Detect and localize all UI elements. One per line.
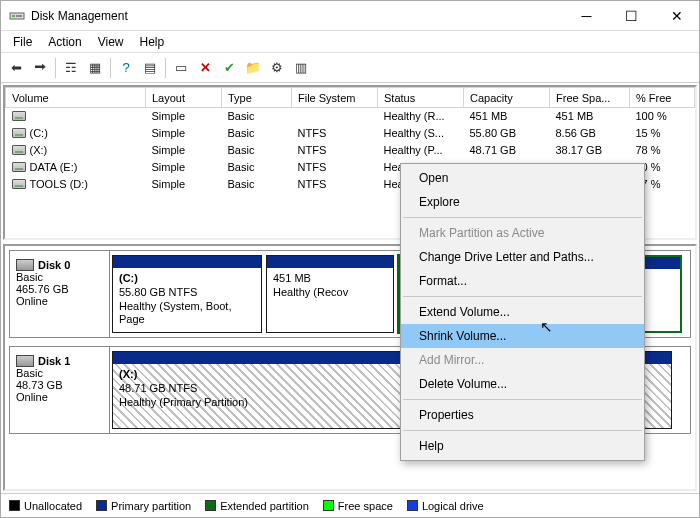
cell-fs: NTFS (292, 142, 378, 159)
back-button[interactable]: ⬅ (5, 57, 27, 79)
svg-rect-1 (12, 15, 15, 17)
svg-rect-2 (16, 15, 22, 17)
drive-icon (12, 111, 26, 121)
disk-type: Basic (16, 271, 103, 283)
folder-button[interactable]: 📁 (242, 57, 264, 79)
app-icon (9, 8, 25, 24)
cell-fs: NTFS (292, 176, 378, 193)
delete-button[interactable]: ✕ (194, 57, 216, 79)
partition-status: Healthy (System, Boot, Page (119, 300, 255, 328)
ctx-help[interactable]: Help (401, 434, 644, 458)
cell-layout: Simple (146, 159, 222, 176)
col-pct[interactable]: % Free (630, 88, 695, 108)
legend-primary: Primary partition (96, 500, 191, 512)
apply-button[interactable]: ✔ (218, 57, 240, 79)
cell-status: Healthy (R... (378, 108, 464, 125)
maximize-button[interactable]: ☐ (609, 1, 654, 30)
disk-state: Online (16, 391, 103, 403)
col-capacity[interactable]: Capacity (464, 88, 550, 108)
legend-logical: Logical drive (407, 500, 484, 512)
cell-capacity: 55.80 GB (464, 125, 550, 142)
pane-button[interactable]: ▭ (170, 57, 192, 79)
partition-bar (113, 256, 261, 268)
volume-name: (X:) (30, 144, 48, 156)
cell-type: Basic (222, 159, 292, 176)
ctx-extend[interactable]: Extend Volume... (401, 300, 644, 324)
legend: Unallocated Primary partition Extended p… (1, 493, 699, 517)
col-fs[interactable]: File System (292, 88, 378, 108)
cell-capacity: 48.71 GB (464, 142, 550, 159)
drive-icon (12, 162, 26, 172)
table-row[interactable]: Simple Basic Healthy (R... 451 MB 451 MB… (6, 108, 695, 125)
col-layout[interactable]: Layout (146, 88, 222, 108)
cell-fs: NTFS (292, 125, 378, 142)
ctx-change-letter[interactable]: Change Drive Letter and Paths... (401, 245, 644, 269)
drive-icon (12, 145, 26, 155)
disk-icon (16, 355, 34, 367)
volume-name: (C:) (30, 127, 48, 139)
col-free[interactable]: Free Spa... (550, 88, 630, 108)
ctx-open[interactable]: Open (401, 166, 644, 190)
settings-button[interactable]: ⚙ (266, 57, 288, 79)
ctx-shrink[interactable]: Shrink Volume... (401, 324, 644, 348)
cell-free: 451 MB (550, 108, 630, 125)
toolbar-sep3 (165, 58, 166, 78)
ctx-explore[interactable]: Explore (401, 190, 644, 214)
ctx-sep (403, 296, 642, 297)
legend-extended: Extended partition (205, 500, 309, 512)
forward-button[interactable]: ⮕ (29, 57, 51, 79)
cell-pct: 100 % (630, 108, 695, 125)
minimize-button[interactable]: ─ (564, 1, 609, 30)
close-button[interactable]: ✕ (654, 1, 699, 30)
disk-size: 48.73 GB (16, 379, 103, 391)
disk-size: 465.76 GB (16, 283, 103, 295)
table-row[interactable]: (X:) Simple Basic NTFS Healthy (P... 48.… (6, 142, 695, 159)
partition-size: 451 MB (273, 272, 387, 286)
cell-layout: Simple (146, 142, 222, 159)
disk-header[interactable]: Disk 0 Basic 465.76 GB Online (10, 251, 110, 337)
legend-unallocated: Unallocated (9, 500, 82, 512)
help-button[interactable]: ? (115, 57, 137, 79)
disk-name: Disk 0 (38, 259, 70, 271)
list-button[interactable]: ▤ (139, 57, 161, 79)
toolbar-sep2 (110, 58, 111, 78)
cell-layout: Simple (146, 125, 222, 142)
disk-header[interactable]: Disk 1 Basic 48.73 GB Online (10, 347, 110, 433)
volume-name: DATA (E:) (30, 161, 78, 173)
partition-title: (C:) (119, 272, 255, 286)
cell-free: 38.17 GB (550, 142, 630, 159)
disk-icon (16, 259, 34, 271)
menu-help[interactable]: Help (132, 33, 173, 51)
legend-free: Free space (323, 500, 393, 512)
col-status[interactable]: Status (378, 88, 464, 108)
ctx-properties[interactable]: Properties (401, 403, 644, 427)
disk-state: Online (16, 295, 103, 307)
cell-status: Healthy (P... (378, 142, 464, 159)
table-header[interactable]: Volume Layout Type File System Status Ca… (6, 88, 695, 108)
menu-file[interactable]: File (5, 33, 40, 51)
cell-layout: Simple (146, 108, 222, 125)
cell-type: Basic (222, 176, 292, 193)
ctx-sep (403, 217, 642, 218)
partition-bar (267, 256, 393, 268)
chart-button[interactable]: ▥ (290, 57, 312, 79)
disk-name: Disk 1 (38, 355, 70, 367)
window-title: Disk Management (31, 9, 564, 23)
col-type[interactable]: Type (222, 88, 292, 108)
table-row[interactable]: (C:) Simple Basic NTFS Healthy (S... 55.… (6, 125, 695, 142)
ctx-format[interactable]: Format... (401, 269, 644, 293)
partition[interactable]: (C:) 55.80 GB NTFS Healthy (System, Boot… (112, 255, 262, 333)
cell-fs (292, 108, 378, 125)
cell-pct: 15 % (630, 125, 695, 142)
cell-capacity: 451 MB (464, 108, 550, 125)
col-volume[interactable]: Volume (6, 88, 146, 108)
menu-action[interactable]: Action (40, 33, 89, 51)
props2-button[interactable]: ▦ (84, 57, 106, 79)
layout-button[interactable]: ☶ (60, 57, 82, 79)
partition[interactable]: 451 MB Healthy (Recov (266, 255, 394, 333)
partition-status: Healthy (Recov (273, 286, 387, 300)
context-menu[interactable]: Open Explore Mark Partition as Active Ch… (400, 163, 645, 461)
cell-pct: 78 % (630, 142, 695, 159)
menu-view[interactable]: View (90, 33, 132, 51)
ctx-delete[interactable]: Delete Volume... (401, 372, 644, 396)
